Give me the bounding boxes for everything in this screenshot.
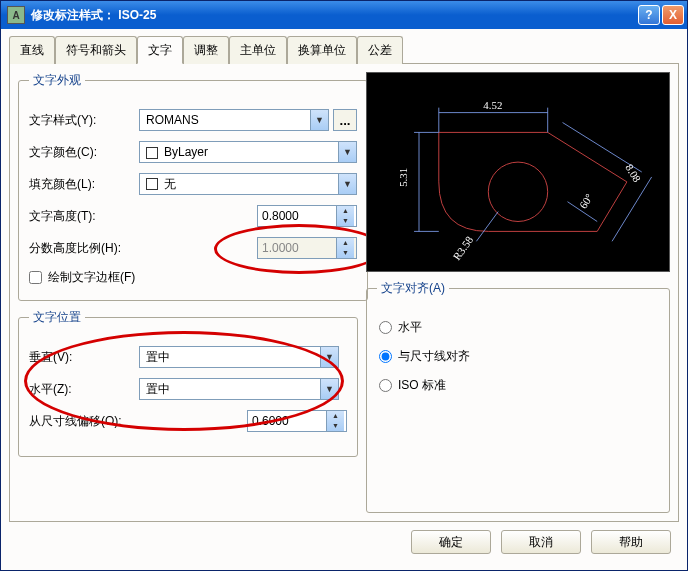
svg-line-10 (476, 212, 498, 242)
tab-fit[interactable]: 调整 (183, 36, 229, 64)
color-swatch-icon (146, 147, 158, 159)
label-text-height: 文字高度(T): (29, 208, 139, 225)
input-text-height[interactable] (258, 206, 336, 226)
label-offset: 从尺寸线偏移(O): (29, 413, 139, 430)
window-title: 修改标注样式： ISO-25 (31, 7, 636, 24)
input-offset[interactable] (248, 411, 326, 431)
label-fraction-height: 分数高度比例(H): (29, 240, 139, 257)
combo-horizontal-value: 置中 (140, 381, 320, 398)
chevron-down-icon: ▼ (338, 142, 356, 162)
tab-text[interactable]: 文字 (137, 36, 183, 64)
spinner-text-height[interactable]: ▲▼ (257, 205, 357, 227)
radio-aligned[interactable] (379, 350, 392, 363)
chevron-down-icon: ▼ (310, 110, 328, 130)
group-placement: 文字位置 垂直(V): 置中 ▼ 水平(Z): 置中 ▼ (18, 309, 358, 457)
app-icon: A (7, 6, 25, 24)
combo-vertical[interactable]: 置中 ▼ (139, 346, 339, 368)
spinner-buttons[interactable]: ▲▼ (326, 411, 344, 431)
tab-primary[interactable]: 主单位 (229, 36, 287, 64)
combo-horizontal[interactable]: 置中 ▼ (139, 378, 339, 400)
combo-vertical-value: 置中 (140, 349, 320, 366)
label-radio-aligned: 与尺寸线对齐 (398, 348, 470, 365)
combo-text-color-value: ByLayer (140, 145, 338, 159)
text-style-more-button[interactable]: ... (333, 109, 357, 131)
spinner-fraction-height: ▲▼ (257, 237, 357, 259)
input-fraction-height (258, 238, 336, 258)
chevron-down-icon: ▼ (320, 379, 338, 399)
tab-lines[interactable]: 直线 (9, 36, 55, 64)
svg-line-8 (612, 177, 652, 241)
legend-appearance: 文字外观 (29, 72, 85, 89)
label-text-style: 文字样式(Y): (29, 112, 139, 129)
group-appearance: 文字外观 文字样式(Y): ROMANS ▼ ... 文字颜色(C): ByLa… (18, 72, 368, 301)
tab-alt[interactable]: 换算单位 (287, 36, 357, 64)
dimension-preview: 4.52 5.31 8.08 60° R3.58 (366, 72, 670, 272)
combo-text-style-value: ROMANS (140, 113, 310, 127)
tabstrip: 直线 符号和箭头 文字 调整 主单位 换算单位 公差 (9, 35, 679, 64)
chevron-down-icon: ▼ (320, 347, 338, 367)
dialog-window: A 修改标注样式： ISO-25 ? X 直线 符号和箭头 文字 调整 主单位 … (0, 0, 688, 571)
dim-text: 5.31 (397, 168, 409, 187)
combo-text-color[interactable]: ByLayer ▼ (139, 141, 357, 163)
button-bar: 确定 取消 帮助 (9, 522, 679, 562)
spinner-offset[interactable]: ▲▼ (247, 410, 347, 432)
spinner-buttons: ▲▼ (336, 238, 354, 258)
chevron-down-icon: ▼ (338, 174, 356, 194)
combo-text-style[interactable]: ROMANS ▼ (139, 109, 329, 131)
label-text-frame: 绘制文字边框(F) (48, 269, 135, 286)
combo-fill-color-value: 无 (140, 176, 338, 193)
help-button[interactable]: ? (638, 5, 660, 25)
checkbox-text-frame[interactable] (29, 271, 42, 284)
color-swatch-icon (146, 178, 158, 190)
close-button[interactable]: X (662, 5, 684, 25)
label-fill-color: 填充颜色(L): (29, 176, 139, 193)
label-radio-iso: ISO 标准 (398, 377, 446, 394)
help-button[interactable]: 帮助 (591, 530, 671, 554)
ok-button[interactable]: 确定 (411, 530, 491, 554)
dim-text: R3.58 (450, 233, 475, 262)
group-alignment: 文字对齐(A) 水平 与尺寸线对齐 ISO 标准 (366, 280, 670, 513)
cancel-button[interactable]: 取消 (501, 530, 581, 554)
label-radio-horizontal: 水平 (398, 319, 422, 336)
label-text-color: 文字颜色(C): (29, 144, 139, 161)
tab-symbols[interactable]: 符号和箭头 (55, 36, 137, 64)
legend-alignment: 文字对齐(A) (377, 280, 449, 297)
combo-fill-color[interactable]: 无 ▼ (139, 173, 357, 195)
dim-text: 4.52 (483, 99, 502, 111)
titlebar: A 修改标注样式： ISO-25 ? X (1, 1, 687, 29)
radio-iso[interactable] (379, 379, 392, 392)
spinner-buttons[interactable]: ▲▼ (336, 206, 354, 226)
client-area: 直线 符号和箭头 文字 调整 主单位 换算单位 公差 文字外观 文字样式(Y):… (1, 29, 687, 570)
dim-text: 60° (577, 191, 595, 210)
tab-panel: 文字外观 文字样式(Y): ROMANS ▼ ... 文字颜色(C): ByLa… (9, 64, 679, 522)
label-horizontal: 水平(Z): (29, 381, 139, 398)
tab-tol[interactable]: 公差 (357, 36, 403, 64)
radio-horizontal[interactable] (379, 321, 392, 334)
label-vertical: 垂直(V): (29, 349, 139, 366)
legend-placement: 文字位置 (29, 309, 85, 326)
